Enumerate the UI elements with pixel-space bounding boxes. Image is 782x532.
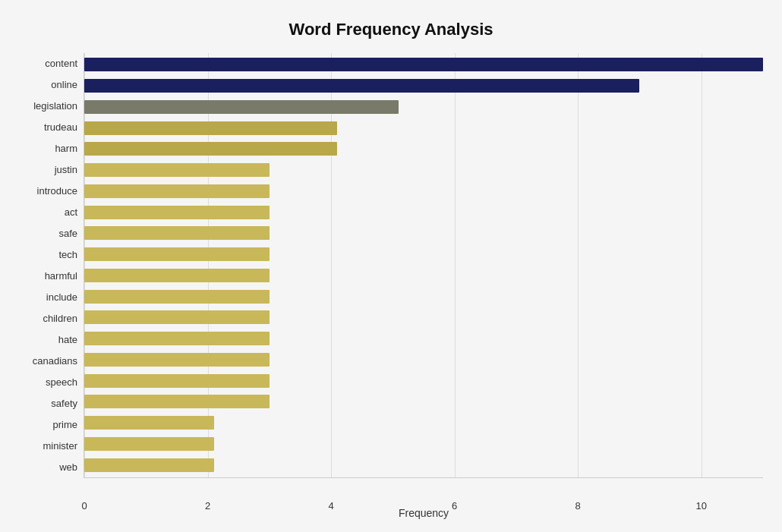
bar: [84, 395, 270, 408]
y-label: online: [19, 80, 77, 90]
chart-area: contentonlinelegislationtrudeauharmjusti…: [19, 53, 763, 478]
bar: [84, 58, 763, 71]
bar: [84, 206, 270, 219]
y-label: content: [19, 58, 77, 68]
y-label: children: [19, 313, 77, 323]
chart-container: Word Frequency Analysis contentonlineleg…: [4, 5, 778, 528]
y-label: canadians: [19, 356, 77, 366]
y-label: introduce: [19, 186, 77, 196]
x-tick: 8: [575, 500, 581, 512]
bar-row: [84, 331, 763, 346]
bar: [84, 163, 270, 177]
bar-row: [84, 268, 763, 283]
bar: [84, 374, 270, 388]
bar: [84, 226, 270, 240]
bar-row: [84, 121, 763, 136]
bar: [84, 290, 270, 304]
bar-row: [84, 162, 763, 178]
y-label: safe: [19, 228, 77, 238]
bar: [84, 269, 270, 282]
bar-row: [84, 436, 763, 452]
y-label: justin: [19, 165, 77, 175]
bar-row: [84, 225, 763, 241]
y-label: trudeau: [19, 122, 77, 132]
x-tick: 2: [205, 500, 210, 512]
y-labels: contentonlinelegislationtrudeauharmjusti…: [19, 53, 84, 478]
bar-row: [84, 289, 763, 304]
x-tick: 6: [452, 500, 457, 512]
y-label: tech: [19, 250, 77, 260]
bar-row: [84, 141, 763, 156]
bar: [84, 458, 214, 472]
y-label: harm: [19, 143, 77, 153]
y-label: include: [19, 292, 77, 302]
bar-row: [84, 415, 763, 430]
bar-row: [84, 352, 763, 367]
bar-row: [84, 394, 763, 409]
bar-row: [84, 57, 763, 72]
chart-title: Word Frequency Analysis: [19, 20, 763, 39]
bar-row: [84, 78, 763, 93]
x-tick: 4: [328, 500, 333, 512]
bar-row: [84, 99, 763, 115]
y-label: hate: [19, 335, 77, 345]
bar-row: [84, 247, 763, 262]
bar: [84, 310, 270, 324]
x-tick: 10: [695, 500, 706, 512]
bar-row: [84, 458, 763, 473]
bar-row: [84, 184, 763, 199]
y-label: prime: [19, 420, 77, 430]
y-label: safety: [19, 398, 77, 408]
bar-row: [84, 310, 763, 325]
y-label: web: [19, 462, 77, 472]
bar: [84, 416, 214, 430]
plot-area: 0246810 Frequency: [84, 53, 763, 478]
bars-container: [84, 53, 763, 477]
y-label: speech: [19, 377, 77, 387]
bar: [84, 121, 337, 135]
bar: [84, 247, 270, 261]
bar: [84, 184, 270, 198]
bar: [84, 142, 337, 156]
bar: [84, 437, 214, 451]
y-label: minister: [19, 441, 77, 451]
y-label: harmful: [19, 271, 77, 281]
x-tick: 0: [81, 500, 87, 512]
y-label: act: [19, 207, 77, 217]
y-label: legislation: [19, 101, 77, 111]
x-axis-title: Frequency: [399, 507, 449, 519]
bar: [84, 353, 270, 367]
bar-row: [84, 205, 763, 220]
bar-row: [84, 373, 763, 389]
bar: [84, 79, 639, 93]
bar: [84, 100, 399, 114]
bar: [84, 332, 270, 345]
